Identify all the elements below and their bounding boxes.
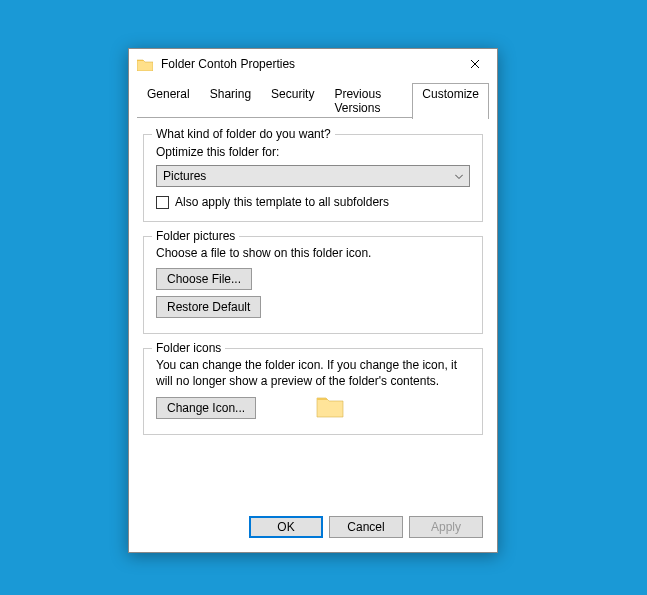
tab-general[interactable]: General xyxy=(137,83,200,118)
apply-subfolders-checkbox[interactable]: Also apply this template to all subfolde… xyxy=(156,195,470,209)
optimize-select[interactable]: Pictures xyxy=(156,165,470,187)
optimize-select-value: Pictures xyxy=(163,169,206,183)
choose-file-button[interactable]: Choose File... xyxy=(156,268,252,290)
group-folder-icons: Folder icons You can change the folder i… xyxy=(143,348,483,434)
properties-dialog: Folder Contoh Properties General Sharing… xyxy=(128,48,498,553)
close-button[interactable] xyxy=(455,50,495,78)
group-folder-kind-legend: What kind of folder do you want? xyxy=(152,127,335,141)
folder-preview-icon xyxy=(316,394,344,421)
folder-icons-help: You can change the folder icon. If you c… xyxy=(156,357,470,389)
change-icon-button[interactable]: Change Icon... xyxy=(156,397,256,419)
tab-content: What kind of folder do you want? Optimiz… xyxy=(129,118,497,506)
folder-pictures-help: Choose a file to show on this folder ico… xyxy=(156,245,470,261)
apply-subfolders-label: Also apply this template to all subfolde… xyxy=(175,195,389,209)
restore-default-button[interactable]: Restore Default xyxy=(156,296,261,318)
close-icon xyxy=(470,56,480,72)
group-folder-kind: What kind of folder do you want? Optimiz… xyxy=(143,134,483,222)
tab-sharing[interactable]: Sharing xyxy=(200,83,261,118)
titlebar: Folder Contoh Properties xyxy=(129,49,497,79)
tab-customize[interactable]: Customize xyxy=(412,83,489,119)
group-folder-pictures-legend: Folder pictures xyxy=(152,229,239,243)
folder-icon xyxy=(137,58,153,71)
ok-button[interactable]: OK xyxy=(249,516,323,538)
cancel-button[interactable]: Cancel xyxy=(329,516,403,538)
group-folder-pictures: Folder pictures Choose a file to show on… xyxy=(143,236,483,334)
tab-bar: General Sharing Security Previous Versio… xyxy=(129,79,497,118)
chevron-down-icon xyxy=(455,171,463,182)
apply-button[interactable]: Apply xyxy=(409,516,483,538)
group-folder-icons-legend: Folder icons xyxy=(152,341,225,355)
tab-security[interactable]: Security xyxy=(261,83,324,118)
dialog-button-bar: OK Cancel Apply xyxy=(129,506,497,552)
window-title: Folder Contoh Properties xyxy=(161,57,455,71)
optimize-label: Optimize this folder for: xyxy=(156,145,470,159)
tab-previous-versions[interactable]: Previous Versions xyxy=(324,83,412,118)
checkbox-box xyxy=(156,196,169,209)
